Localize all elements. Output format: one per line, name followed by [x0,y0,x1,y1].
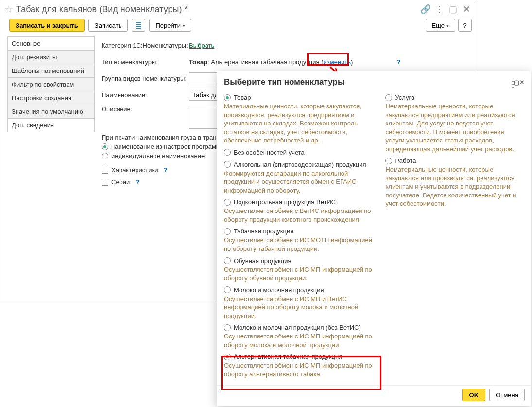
chevron-down-icon: ▾ [446,23,449,28]
radio-icon [102,153,108,159]
list-button[interactable] [132,19,145,32]
sub-option[interactable]: Молоко и молочная продукция [224,286,377,294]
checkbox-icon [102,167,108,174]
nav-item-defaults[interactable]: Значения по умолчанию [7,105,95,119]
more-button[interactable]: Еще▾ [426,19,455,32]
radio-icon [224,257,231,264]
toolbar: Записать и закрыть Записать Перейти▾ Еще… [0,17,477,35]
sub-option[interactable]: Табачная продукция [224,228,377,235]
radio-icon [102,143,108,150]
nav-item-create[interactable]: Настройки создания [7,91,95,105]
sub-option[interactable]: Молоко и молочная продукция (без ВетИС) [224,324,377,331]
radio-icon [224,228,231,235]
window-title: Табак для кальянов (Вид номенклатуры) * [16,4,188,15]
option-service[interactable]: Услуга [385,94,524,101]
sub-option[interactable]: Алкогольная (спиртосодержащая) продукция [224,161,377,168]
popup-footer: OK Отмена [217,385,531,406]
more-icon[interactable] [434,4,445,15]
chevron-down-icon: ▾ [183,23,185,28]
sub-option-label: Алкогольная (спиртосодержащая) продукция [234,161,366,168]
sub-option-label: Подконтрольная продукция ВетИС [234,198,336,206]
help-button[interactable]: ? [458,19,472,32]
desc-label: Описание: [102,106,189,113]
radio-icon [224,354,231,360]
type-label: Тип номенклатуры: [102,58,189,66]
star-icon[interactable]: ☆ [4,3,13,15]
nav-item-templates[interactable]: Шаблоны наименований [7,64,95,78]
category-label: Категория 1С:Номенклатуры: [102,42,189,49]
type-help-icon[interactable]: ? [396,58,400,66]
popup-title: Выберите тип номенклатуры [224,77,344,87]
radio-icon [224,161,231,168]
type-value-close: ) [351,58,353,66]
option-goods-label: Товар [234,94,251,101]
sub-option-desc: Осуществляется обмен с ИС МОТП информаци… [224,236,377,253]
option-service-label: Услуга [395,94,414,101]
nav-item-props[interactable]: Доп. реквизиты [7,51,95,64]
option-work-label: Работа [395,157,416,164]
chars-help-icon[interactable]: ? [164,166,168,174]
sub-option[interactable]: Подконтрольная продукция ВетИС [224,198,377,206]
option-service-desc: Нематериальные ценности, которые закупаю… [385,102,524,153]
type-value: Товар: Альтернативная табачная продукция… [189,58,353,66]
nav-item-extra[interactable]: Доп. сведения [7,119,95,132]
sub-option-label: Альтернативная табачная продукция [234,353,342,360]
popup-maximize-icon[interactable]: ▢ [514,79,519,86]
list-icon [136,22,141,29]
close-icon[interactable]: ✕ [461,4,472,15]
title-bar: ☆ Табак для кальянов (Вид номенклатуры) … [0,0,477,17]
radio2-label: индивидуальное наименование: [111,152,206,159]
series-help-icon[interactable]: ? [136,178,139,186]
cancel-button[interactable]: Отмена [489,389,525,401]
popup-right-column: Услуга Нематериальные ценности, которые … [385,92,524,383]
option-work[interactable]: Работа [385,157,524,164]
sub-option-label: Табачная продукция [234,228,293,235]
sub-option-desc: Осуществляется обмен с ВетИС информацией… [224,207,377,224]
radio-icon [224,286,231,293]
sub-option-desc: Осуществляется обмен с ИС МП информацией… [224,332,377,349]
chk2-label: Серии: [111,178,132,186]
sub-option[interactable]: Без особенностей учета [224,149,377,156]
save-close-button[interactable]: Записать и закрыть [9,19,85,32]
nav-panel: Основное Доп. реквизиты Шаблоны наименов… [7,36,95,193]
name-label: Наименование: [102,91,189,99]
popup-close-icon[interactable]: ✕ [519,79,525,86]
goto-label: Перейти [155,22,181,29]
sub-option[interactable]: Альтернативная табачная продукция [224,353,377,360]
nav-item-main[interactable]: Основное [7,37,95,51]
group-label: Группа видов номенклатуры: [102,75,189,82]
popup-select-type: Выберите тип номенклатуры ▢ ✕ Товар Мате… [217,71,531,406]
radio1-label: наименование из настроек программы [111,143,225,150]
nav-item-filter[interactable]: Фильтр по свойствам [7,78,95,91]
radio-icon [224,199,231,206]
category-select-link[interactable]: Выбрать [189,42,214,49]
sub-option-label: Без особенностей учета [234,149,305,156]
sub-option[interactable]: Обувная продукция [224,257,377,265]
sub-option-desc: Формируются декларации по алкогольной пр… [224,169,377,195]
sub-option-desc: Осуществляется обмен с ИС МП информацией… [224,361,377,378]
type-value-rest: : Альтернативная табачная продукция ( [207,58,323,66]
sub-option-desc: Осуществляется обмен с ИС МП информацией… [224,265,377,283]
more-label: Еще [432,22,445,29]
popup-header: Выберите тип номенклатуры ▢ ✕ [217,71,531,90]
ok-button[interactable]: OK [462,389,485,401]
sub-option-desc: Осуществляется обмен с ИС МП и ВетИС инф… [224,295,377,320]
maximize-icon[interactable]: ▢ [447,4,458,15]
option-goods[interactable]: Товар [224,94,377,101]
save-button[interactable]: Записать [88,19,128,32]
popup-left-column: Товар Материальные ценности, которые зак… [224,92,377,383]
sub-option-label: Молоко и молочная продукция (без ВетИС) [234,324,361,331]
type-value-bold: Товар [189,58,207,66]
checkbox-icon [102,179,108,186]
option-work-desc: Нематериальные ценности, которые закупаю… [385,165,524,208]
option-goods-desc: Материальные ценности, которые закупаютс… [224,102,377,145]
radio-icon [385,158,392,164]
radio-icon [224,149,231,156]
link-icon[interactable]: 🔗 [420,4,431,15]
goto-button[interactable]: Перейти▾ [149,19,191,32]
radio-icon [224,324,231,331]
radio-icon [224,94,231,101]
chk1-label: Характеристики: [111,166,160,174]
sub-option-label: Обувная продукция [234,257,291,265]
sub-option-label: Молоко и молочная продукция [234,286,324,294]
